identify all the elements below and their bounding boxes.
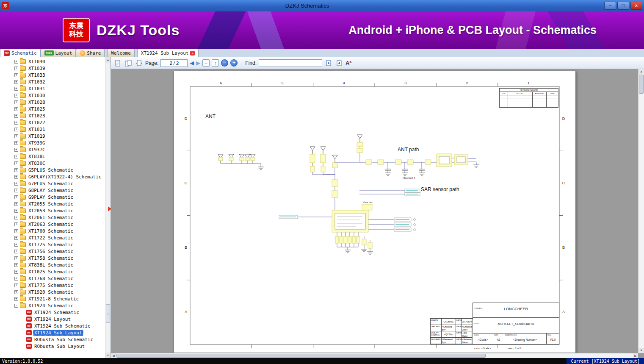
expand-toggle-icon[interactable]: + [14, 277, 18, 281]
expand-toggle-icon[interactable]: + [14, 283, 18, 287]
expand-toggle-icon[interactable]: + [14, 80, 18, 84]
tree-item[interactable]: + XT1756 Schematic [0, 248, 105, 255]
tree-item[interactable]: + XT2053 Schematic [0, 207, 105, 214]
find-input[interactable] [259, 59, 322, 67]
horizontal-scrollbar[interactable]: ◀ ▶ [111, 353, 638, 358]
minimize-button[interactable]: − [604, 2, 616, 10]
tree-item[interactable]: + XT1758 Schematic [0, 255, 105, 261]
scroll-down-icon[interactable]: ▼ [638, 348, 644, 353]
expand-toggle-icon[interactable]: + [14, 148, 18, 152]
tree-item[interactable]: + XT1030 [0, 92, 105, 99]
expand-toggle-icon[interactable]: + [14, 236, 18, 240]
tree-item[interactable]: + G6PLAY(XT1922-4) Schematic [0, 173, 105, 180]
tree-item[interactable]: PDF RObusta Sub Layout [0, 343, 105, 350]
tab-xt1924-sub-layout[interactable]: XT1924 Sub Layout × [137, 49, 199, 57]
tree-item[interactable]: + XT830C [0, 160, 105, 167]
expand-toggle-icon[interactable]: + [14, 134, 18, 138]
scroll-up-icon[interactable]: ▲ [105, 57, 111, 63]
tree-item[interactable]: - XT1924 Schematic [0, 302, 105, 309]
tree-item[interactable]: + XT1025 [0, 106, 105, 112]
tree-item[interactable]: + XT1025 Schematic [0, 268, 105, 275]
tree-item[interactable]: + XT838L [0, 153, 105, 160]
scroll-right-icon[interactable]: ▶ [633, 353, 638, 358]
expand-toggle-icon[interactable]: + [14, 256, 18, 260]
tree-item[interactable]: + XT2063 Schematic [0, 221, 105, 228]
scroll-up-icon[interactable]: ▲ [638, 69, 644, 74]
find-previous-icon[interactable] [324, 59, 333, 67]
tree-item[interactable]: + XT1022 [0, 119, 105, 126]
next-page-button[interactable]: ▶ [196, 60, 200, 66]
expand-toggle-icon[interactable]: + [14, 243, 18, 247]
tree-item[interactable]: + XT838L Schematic [0, 261, 105, 268]
tree-item[interactable]: + XT937C [0, 146, 105, 153]
tree-item[interactable]: + XT1019 [0, 133, 105, 139]
expand-toggle-icon[interactable]: + [14, 209, 18, 213]
find-next-icon[interactable] [335, 59, 343, 67]
fit-width-button[interactable]: ↔ [202, 59, 210, 67]
expand-toggle-icon[interactable]: + [14, 195, 18, 199]
expand-toggle-icon[interactable]: + [14, 175, 18, 179]
expand-toggle-icon[interactable]: + [14, 128, 18, 131]
tree-item[interactable]: PDF XT1924 Sub Schematic [0, 322, 105, 329]
tree-item[interactable]: + XT1031 [0, 85, 105, 92]
tree-item[interactable]: + G5PLUS Schematic [0, 167, 105, 173]
expand-toggle-icon[interactable]: + [14, 229, 18, 233]
expand-toggle-icon[interactable]: + [14, 141, 18, 145]
tree-item[interactable]: + XT1023 [0, 112, 105, 119]
close-tab-icon[interactable]: × [190, 51, 195, 56]
page-input[interactable] [160, 59, 188, 67]
expand-toggle-icon[interactable]: + [14, 270, 18, 274]
vertical-scrollbar-thumb[interactable] [639, 75, 644, 94]
expand-toggle-icon[interactable]: + [14, 121, 18, 125]
tree-item[interactable]: + XT1021 [0, 126, 105, 133]
sidebar-scrollbar-thumb[interactable]: ≡ [106, 304, 110, 323]
expand-toggle-icon[interactable]: + [14, 67, 18, 70]
tree-item[interactable]: + XT1039 [0, 65, 105, 72]
scroll-left-icon[interactable]: ◀ [111, 353, 116, 358]
scroll-down-icon[interactable]: ▼ [105, 353, 111, 358]
match-case-icon[interactable]: Aa [345, 60, 351, 66]
expand-toggle-icon[interactable]: + [14, 250, 18, 253]
zoom-out-button[interactable]: − [221, 59, 228, 67]
tree-item[interactable]: + XT1920 Schematic [0, 289, 105, 295]
tree-item[interactable]: + XT1775 Schematic [0, 282, 105, 289]
expand-toggle-icon[interactable]: + [14, 114, 18, 118]
maximize-button[interactable]: □ [617, 2, 629, 10]
expand-toggle-icon[interactable]: + [14, 73, 18, 77]
expand-toggle-icon[interactable]: + [14, 290, 18, 294]
expand-toggle-icon[interactable]: + [14, 216, 18, 220]
tree-item[interactable]: + G9PLAY Schematic [0, 194, 105, 200]
tree-item[interactable]: PDF XT1924 Schematic [0, 309, 105, 316]
expand-toggle-icon[interactable]: + [14, 60, 18, 64]
tree-item[interactable]: + XT1040 [0, 58, 105, 65]
tree-item[interactable]: PDF XT1924 Sub Layout [0, 329, 105, 336]
splitter-collapse-icon[interactable] [108, 206, 111, 211]
expand-toggle-icon[interactable]: + [14, 222, 18, 226]
tab-schematic[interactable]: PDF Schematic [0, 49, 41, 57]
expand-toggle-icon[interactable]: + [14, 94, 18, 97]
fit-page-button[interactable]: ↕ [212, 59, 219, 67]
tab-share[interactable]: ↗ Share [76, 49, 105, 57]
expand-toggle-icon[interactable]: + [14, 87, 18, 91]
tree-item[interactable]: PDF XT1924 Layout [0, 316, 105, 322]
tab-layout[interactable]: PADS Layout [41, 49, 76, 57]
zoom-in-button[interactable]: + [230, 59, 238, 67]
expand-toggle-icon[interactable]: + [14, 168, 18, 172]
continuous-pages-icon[interactable] [135, 59, 143, 67]
tree-item[interactable]: + G8PLAY Schematic [0, 187, 105, 194]
expand-toggle-icon[interactable]: - [14, 304, 18, 308]
single-page-icon[interactable] [113, 59, 122, 67]
expand-toggle-icon[interactable]: + [14, 263, 18, 267]
tree-item[interactable]: + XT1921-8 Schematic [0, 295, 105, 302]
expand-toggle-icon[interactable]: + [14, 189, 18, 192]
expand-toggle-icon[interactable]: + [14, 202, 18, 206]
tree-item[interactable]: PDF RObusta Sub Schematic [0, 336, 105, 343]
tree-item[interactable]: + XT1722 Schematic [0, 234, 105, 241]
tree-item[interactable]: + XT1725 Schematic [0, 241, 105, 248]
facing-pages-icon[interactable] [124, 59, 133, 67]
expand-toggle-icon[interactable]: + [14, 107, 18, 111]
expand-toggle-icon[interactable]: + [14, 161, 18, 165]
close-button[interactable]: × [630, 2, 642, 10]
expand-toggle-icon[interactable]: + [14, 297, 18, 301]
tree-item[interactable]: + XT1028 [0, 99, 105, 106]
